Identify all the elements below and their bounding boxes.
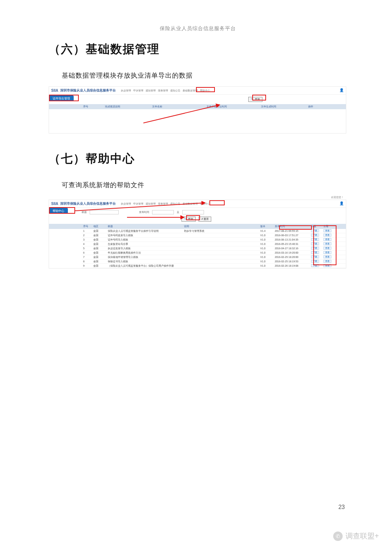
grid-header: 序号 地区 标题 说明 版本 发布时间 下载 查看 — [49, 224, 346, 229]
view-link[interactable]: 查看 — [323, 264, 331, 267]
section-7-heading: （七）帮助中心 — [49, 151, 356, 167]
view-link[interactable]: 查看 — [323, 260, 331, 263]
footer-brand: ✆ 调查联盟+ — [333, 531, 379, 541]
menu-item[interactable]: 帮助中心 — [200, 89, 210, 93]
app-bar: SIIA 深圳市保险从业人员综合信息服务平台 执业管理 申诉管理 通知管理 报表… — [49, 200, 346, 208]
menu-item[interactable]: 帮助中心 — [200, 202, 210, 206]
download-link[interactable]: 下载 — [311, 264, 319, 267]
table-row: 8全国饰验证书导入模板V1.02016-02-25 18:19:53下载查看 — [82, 259, 346, 264]
view-link[interactable]: 查看 — [323, 255, 331, 258]
app-logo: SIIA — [51, 202, 58, 206]
col: 文件开始导出时间 — [205, 105, 260, 108]
table-row: 4全国生家族登站号分享V1.02016-05-23 15:40:31下载查看 — [82, 242, 346, 246]
menu-item[interactable]: 报表管理 — [158, 202, 168, 206]
menu-item[interactable]: 通知公告 — [170, 89, 180, 93]
download-link[interactable]: 下载 — [311, 247, 319, 250]
col: 完成情况说明 — [103, 105, 151, 108]
menu-item[interactable]: 通知管理 — [146, 89, 156, 93]
col: 文件名称 — [151, 105, 205, 108]
menu-item[interactable]: 通知管理 — [146, 202, 156, 206]
app-menu: 执业管理 申诉管理 通知管理 报表管理 通知公告 基础数据管理 帮助中心 — [121, 89, 210, 93]
col: 发布时间 — [273, 225, 310, 228]
view-link[interactable]: 查看 — [323, 247, 331, 250]
view-link[interactable]: 查看 — [323, 234, 331, 237]
page-number: 23 — [338, 504, 345, 510]
menu-item[interactable]: 申诉管理 — [133, 89, 143, 93]
section-7-body: 可查询系统新增的帮助文件 — [62, 181, 356, 189]
col: 文件生成时间 — [260, 105, 307, 108]
search-button[interactable]: 🔍 查询 — [181, 217, 196, 222]
label-time: 发布时间 — [139, 210, 149, 214]
download-link[interactable]: 下载 — [311, 255, 319, 258]
table-row: 9全国（保险从业人员可视监管服务平台）保险公司用户操作手册V1.02016-02… — [82, 264, 346, 268]
col: 下载 — [310, 225, 322, 228]
input-start[interactable] — [152, 210, 174, 214]
col: 序号 — [82, 105, 103, 108]
footer-brand-text: 调查联盟+ — [346, 531, 379, 541]
view-link[interactable]: 查看 — [323, 238, 331, 241]
user-icon[interactable]: 👤 — [339, 201, 344, 205]
download-link[interactable]: 下载 — [311, 260, 319, 263]
col: 序号 — [82, 225, 92, 228]
menu-item[interactable]: 报表管理 — [158, 89, 168, 93]
menu-item[interactable]: 通知公告 — [170, 202, 180, 206]
label-title: 标题 — [82, 210, 87, 214]
col: 版本 — [259, 225, 273, 228]
app-title: 深圳市保险从业人员综合信息服务平台 — [60, 88, 116, 93]
view-link[interactable]: 查看 — [323, 229, 331, 232]
app-logo: SIIA — [51, 89, 58, 93]
input-title[interactable] — [90, 210, 119, 214]
app-menu: 执业管理 申诉管理 通知管理 报表管理 通知公告 基础数据管理 帮助中心 — [121, 202, 210, 206]
download-link[interactable]: 下载 — [311, 242, 319, 245]
table-row: 1全国保险从业人员可视监管服务平台操作引导说明初步学习管理系统V1.42017-… — [82, 229, 346, 233]
section-6-body: 基础数据管理模块存放执业清单导出的数据 — [62, 71, 356, 80]
input-end[interactable] — [182, 210, 204, 214]
col: 查看 — [322, 225, 334, 228]
download-link[interactable]: 下载 — [311, 251, 319, 254]
user-icon[interactable]: 👤 — [339, 88, 344, 92]
view-link[interactable]: 查看 — [323, 251, 331, 254]
sidebar-item-help[interactable]: 帮助中心 — [49, 208, 68, 214]
col: 地区 — [92, 225, 106, 228]
table-row: 2全国证件号码批量导入模板V1.02016-06-03 17:51:27下载查看 — [82, 233, 346, 238]
download-link[interactable]: 下载 — [311, 238, 319, 241]
table-row: 5全国执业证批量导入模板V1.02016-04-27 18:32:16下载查看 — [82, 246, 346, 251]
label-sep: 至 — [177, 210, 179, 214]
reset-button[interactable]: ↺ 重置 — [199, 217, 212, 222]
welcome-text: 欢迎您您！ — [331, 196, 344, 199]
screenshot-help-center: 欢迎您您！ SIIA 深圳市保险从业人员综合信息服务平台 执业管理 申诉管理 通… — [49, 200, 346, 268]
screenshot-basic-data: SIIA 深圳市保险从业人员综合信息服务平台 执业管理 申诉管理 通知管理 报表… — [49, 86, 346, 134]
sidebar-item-export[interactable]: 证件导出管理 — [49, 95, 74, 101]
app-bar: SIIA 深圳市保险从业人员综合信息服务平台 执业管理 申诉管理 通知管理 报表… — [49, 87, 346, 95]
view-link[interactable]: 查看 — [323, 242, 331, 245]
grid-header: 序号 完成情况说明 文件名称 文件开始导出时间 文件生成时间 操作 — [49, 104, 346, 109]
menu-item[interactable]: 基础数据管理 — [183, 89, 198, 93]
table-row: 3全国证件号码导入模板V1.02016-06-13 21:04:35下载查看 — [82, 238, 346, 242]
table-row: 6全国年兑如往期事换用批操作方法V1.02016-03-16 19:20:00下… — [82, 251, 346, 255]
section-6-heading: （六）基础数据管理 — [49, 41, 356, 57]
wechat-icon: ✆ — [333, 532, 343, 541]
search-button[interactable]: 🔍 查询 — [248, 97, 262, 102]
menu-item[interactable]: 执业管理 — [121, 202, 131, 206]
download-link[interactable]: 下载 — [311, 229, 319, 232]
col: 标题 — [106, 225, 183, 228]
doc-top-title: 保险从业人员综合信息服务平台 — [40, 25, 356, 32]
col: 操作 — [307, 105, 332, 108]
menu-item[interactable]: 申诉管理 — [133, 202, 143, 206]
menu-item[interactable]: 基础数据管理 — [183, 202, 198, 206]
download-link[interactable]: 下载 — [311, 234, 319, 237]
menu-item[interactable]: 执业管理 — [121, 89, 131, 93]
filter-row: 标题 发布时间 至 — [49, 208, 346, 214]
app-title: 深圳市保险从业人员综合信息服务平台 — [60, 201, 116, 206]
table-row: 7全国保归银地申请管理导入模板V1.02016-02-29 18:20:00下载… — [82, 255, 346, 259]
col: 说明 — [183, 225, 259, 228]
